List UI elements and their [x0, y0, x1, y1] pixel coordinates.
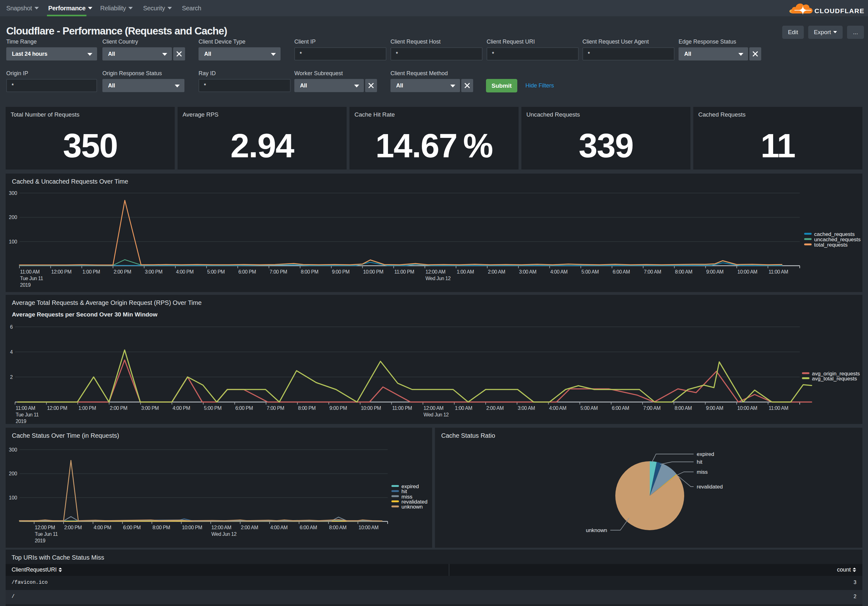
svg-text:11:00 PM: 11:00 PM — [392, 406, 412, 411]
svg-text:7:00 PM: 7:00 PM — [270, 269, 287, 275]
svg-text:8:00 AM: 8:00 AM — [675, 269, 692, 275]
svg-text:100: 100 — [9, 239, 17, 244]
svg-text:200: 200 — [9, 214, 17, 220]
svg-text:2:00 AM: 2:00 AM — [241, 525, 258, 530]
svg-text:3:00 PM: 3:00 PM — [145, 269, 162, 275]
svg-text:8:00 PM: 8:00 PM — [298, 406, 316, 411]
svg-text:10:00 AM: 10:00 AM — [738, 269, 758, 275]
svg-text:3:00 AM: 3:00 AM — [519, 269, 536, 275]
svg-text:9:00 AM: 9:00 AM — [706, 406, 723, 411]
svg-text:unknown: unknown — [586, 527, 607, 533]
svg-text:8:00 PM: 8:00 PM — [301, 269, 318, 275]
svg-text:7:00 PM: 7:00 PM — [267, 406, 284, 411]
svg-text:2:00 AM: 2:00 AM — [488, 269, 505, 275]
svg-text:2:00 PM: 2:00 PM — [110, 406, 127, 411]
svg-text:300: 300 — [9, 191, 17, 196]
svg-text:1:00 PM: 1:00 PM — [82, 269, 100, 275]
svg-text:6: 6 — [10, 324, 13, 329]
svg-text:Wed Jun 12: Wed Jun 12 — [211, 531, 237, 537]
svg-text:4:00 AM: 4:00 AM — [270, 525, 287, 530]
svg-text:6:00 AM: 6:00 AM — [612, 269, 630, 275]
svg-text:avg_total_requests: avg_total_requests — [812, 376, 857, 382]
svg-text:1:00 AM: 1:00 AM — [455, 406, 472, 411]
svg-text:11:00 AM: 11:00 AM — [769, 269, 788, 275]
svg-text:8:00 PM: 8:00 PM — [152, 525, 170, 530]
svg-text:CLOUDFLARE: CLOUDFLARE — [814, 7, 865, 14]
svg-text:2:00 PM: 2:00 PM — [64, 525, 82, 530]
svg-text:12:00 AM: 12:00 AM — [424, 406, 444, 411]
svg-text:5:00 AM: 5:00 AM — [581, 269, 599, 275]
svg-text:11:00 AM: 11:00 AM — [20, 269, 40, 275]
svg-text:expired: expired — [697, 451, 714, 457]
svg-text:8:00 AM: 8:00 AM — [674, 406, 692, 411]
svg-text:6:00 PM: 6:00 PM — [123, 525, 141, 530]
svg-text:hit: hit — [697, 459, 702, 465]
svg-text:6:00 AM: 6:00 AM — [300, 525, 317, 530]
svg-text:5:00 PM: 5:00 PM — [204, 406, 222, 411]
svg-text:2:00 PM: 2:00 PM — [114, 269, 131, 275]
svg-text:10:00 PM: 10:00 PM — [182, 525, 202, 530]
svg-text:10:00 PM: 10:00 PM — [361, 406, 381, 411]
svg-text:4:00 AM: 4:00 AM — [550, 269, 567, 275]
svg-text:3:00 AM: 3:00 AM — [518, 406, 535, 411]
svg-text:8:00 AM: 8:00 AM — [329, 525, 346, 530]
svg-text:6:00 AM: 6:00 AM — [612, 406, 629, 411]
svg-text:Tue Jun 11: Tue Jun 11 — [35, 531, 58, 537]
svg-text:2:00 AM: 2:00 AM — [486, 406, 504, 411]
svg-text:7:00 AM: 7:00 AM — [643, 406, 660, 411]
svg-text:10:00 AM: 10:00 AM — [738, 406, 758, 411]
svg-text:6:00 PM: 6:00 PM — [235, 406, 253, 411]
svg-text:miss: miss — [697, 469, 708, 475]
svg-text:1:00 AM: 1:00 AM — [457, 269, 474, 275]
svg-text:6:00 PM: 6:00 PM — [238, 269, 256, 275]
svg-text:total_requests: total_requests — [814, 242, 848, 248]
svg-text:200: 200 — [9, 471, 17, 476]
svg-text:9:00 PM: 9:00 PM — [332, 269, 349, 275]
svg-text:1:00 PM: 1:00 PM — [78, 406, 96, 411]
svg-text:Wed Jun 12: Wed Jun 12 — [426, 276, 451, 281]
svg-text:12:00 PM: 12:00 PM — [35, 525, 55, 530]
svg-text:4: 4 — [10, 350, 13, 355]
svg-text:2: 2 — [10, 374, 13, 380]
svg-text:9:00 AM: 9:00 AM — [706, 269, 723, 275]
svg-text:revalidated: revalidated — [697, 484, 723, 490]
svg-text:2019: 2019 — [20, 282, 31, 287]
svg-text:4:00 AM: 4:00 AM — [549, 406, 566, 411]
svg-text:2019: 2019 — [16, 419, 26, 424]
svg-text:10:00 AM: 10:00 AM — [358, 525, 378, 530]
svg-text:7:00 AM: 7:00 AM — [644, 269, 661, 275]
svg-text:100: 100 — [9, 495, 17, 500]
svg-text:Tue Jun 11: Tue Jun 11 — [20, 276, 43, 281]
svg-text:11:00 AM: 11:00 AM — [16, 406, 36, 411]
svg-text:11:00 PM: 11:00 PM — [394, 269, 414, 275]
svg-text:12:00 AM: 12:00 AM — [211, 525, 231, 530]
svg-text:5:00 AM: 5:00 AM — [581, 406, 598, 411]
svg-text:12:00 PM: 12:00 PM — [47, 406, 67, 411]
svg-text:9:00 PM: 9:00 PM — [329, 406, 347, 411]
svg-text:3:00 PM: 3:00 PM — [141, 406, 159, 411]
svg-text:12:00 PM: 12:00 PM — [51, 269, 72, 275]
svg-text:4:00 PM: 4:00 PM — [94, 525, 111, 530]
svg-text:5:00 PM: 5:00 PM — [207, 269, 225, 275]
svg-text:unknown: unknown — [401, 504, 423, 510]
svg-text:10:00 PM: 10:00 PM — [363, 269, 384, 275]
svg-text:4:00 PM: 4:00 PM — [176, 269, 194, 275]
svg-text:11:00 AM: 11:00 AM — [769, 406, 789, 411]
svg-text:4:00 PM: 4:00 PM — [172, 406, 190, 411]
svg-text:Wed Jun 12: Wed Jun 12 — [424, 412, 449, 417]
svg-text:Tue Jun 11: Tue Jun 11 — [16, 412, 39, 417]
svg-text:300: 300 — [9, 447, 17, 452]
svg-text:2019: 2019 — [35, 538, 45, 543]
svg-text:12:00 AM: 12:00 AM — [426, 269, 446, 275]
